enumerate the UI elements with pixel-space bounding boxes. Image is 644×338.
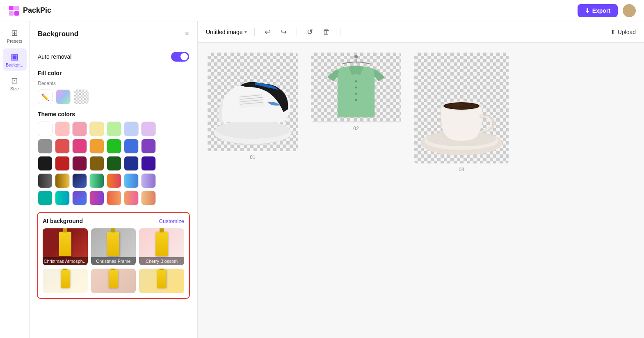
color-swatch-green1[interactable] xyxy=(107,122,121,136)
svg-point-25 xyxy=(454,103,464,106)
undo-button[interactable]: ↩ xyxy=(262,26,273,38)
export-button[interactable]: ⬇ Export xyxy=(578,4,618,17)
redo-button[interactable]: ↪ xyxy=(278,26,289,38)
color-swatch-orgrad[interactable] xyxy=(107,173,121,188)
doc-name[interactable]: Untitled image ▾ xyxy=(206,29,247,35)
color-swatch-greengrad[interactable] xyxy=(89,173,104,188)
reset-button[interactable]: ↺ xyxy=(304,26,315,38)
color-swatch-black[interactable] xyxy=(38,156,53,171)
doc-name-text: Untitled image xyxy=(206,29,243,35)
sidebar-item-presets-label: Presets xyxy=(7,39,22,44)
recent-row: ✏️ xyxy=(38,90,189,104)
color-swatch-green2[interactable] xyxy=(107,139,121,154)
color-picker-button[interactable]: ✏️ xyxy=(38,90,53,104)
panel-title: Background xyxy=(38,30,78,38)
logo: PackPic xyxy=(8,5,51,16)
color-swatch-purple2[interactable] xyxy=(141,139,156,154)
canvas-area: Untitled image ▾ ↩ ↪ ↺ 🗑 ⬆ Upload xyxy=(198,21,644,338)
color-swatch-red2[interactable] xyxy=(55,156,70,171)
color-swatch-teal[interactable] xyxy=(38,191,53,205)
color-swatch-olive[interactable] xyxy=(89,156,104,171)
upload-button[interactable]: ⬆ Upload xyxy=(610,29,636,35)
sidebar-item-size-label: Size xyxy=(10,86,19,91)
auto-removal-toggle[interactable] xyxy=(171,52,189,62)
color-swatch-goldgrad[interactable] xyxy=(55,173,70,188)
ai-item-cherry-blossom[interactable]: Cherry Blossom xyxy=(139,228,184,265)
avatar[interactable] xyxy=(623,4,636,17)
ai-grid: Christmas Atmosph... Christmas Frame xyxy=(43,228,184,293)
color-swatch-dkgreen[interactable] xyxy=(107,156,121,171)
color-swatch-blue1[interactable] xyxy=(124,122,139,136)
svg-rect-2 xyxy=(9,11,14,16)
background-icon: ▣ xyxy=(11,52,18,62)
color-swatch-blkgrad[interactable] xyxy=(38,173,53,188)
coffee-svg xyxy=(414,53,509,163)
color-swatch-white[interactable] xyxy=(38,122,53,136)
recent-swatch-transparent[interactable] xyxy=(74,90,89,104)
delete-button[interactable]: 🗑 xyxy=(320,26,333,38)
canvas-item-03[interactable]: 03 xyxy=(414,53,509,172)
canvas-image-03 xyxy=(414,53,509,163)
color-swatch-red1[interactable] xyxy=(55,139,70,154)
color-swatch-purple1[interactable] xyxy=(141,122,156,136)
theme-colors-title: Theme colors xyxy=(38,111,189,117)
color-swatch-orange1[interactable] xyxy=(89,139,104,154)
ai-item-row2-1[interactable] xyxy=(43,269,88,293)
fill-color-title: Fill color xyxy=(38,70,189,76)
ai-item-christmas-atm[interactable]: Christmas Atmosph... xyxy=(43,228,88,265)
color-swatch-skygrad[interactable] xyxy=(124,173,139,188)
sidebar-item-background[interactable]: ▣ Backgr... xyxy=(3,48,27,71)
color-swatch-blue2[interactable] xyxy=(124,139,139,154)
toolbar-divider-3 xyxy=(340,28,340,36)
presets-icon: ⊞ xyxy=(11,28,18,38)
color-swatch-maroon[interactable] xyxy=(72,156,87,171)
canvas-label-02: 02 xyxy=(353,126,359,131)
svg-point-14 xyxy=(355,93,357,95)
sidebar-item-presets[interactable]: ⊞ Presets xyxy=(3,25,27,47)
ai-item-row2-3[interactable] xyxy=(139,269,184,293)
toolbar-divider-1 xyxy=(254,28,255,36)
sidebar-item-size[interactable]: ⊡ Size xyxy=(3,72,27,94)
panel-close-button[interactable]: × xyxy=(185,30,189,38)
ai-bg-header: AI background Customize xyxy=(43,218,184,224)
ai-item-christmas-frame[interactable]: Christmas Frame xyxy=(91,228,136,265)
ai-item-christmas-atm-label: Christmas Atmosph... xyxy=(43,257,88,265)
color-swatch-tealgrad[interactable] xyxy=(55,191,70,205)
color-swatch-lavgrad[interactable] xyxy=(141,173,156,188)
color-swatch-yellow[interactable] xyxy=(89,122,104,136)
customize-link[interactable]: Customize xyxy=(159,218,184,224)
color-swatch-dkblue[interactable] xyxy=(124,156,139,171)
color-swatch-pink2[interactable] xyxy=(72,122,87,136)
logo-icon xyxy=(8,5,20,16)
auto-removal-label: Auto removal xyxy=(38,53,71,60)
color-swatch-navygrad[interactable] xyxy=(72,173,87,188)
size-icon: ⊡ xyxy=(11,76,18,85)
theme-color-grid xyxy=(38,122,189,205)
panel-body: Auto removal Fill color Recents ✏️ Theme… xyxy=(30,45,197,306)
color-swatch-maggrad[interactable] xyxy=(89,191,104,205)
canvas-item-02[interactable]: 02 xyxy=(311,53,401,131)
color-swatch-pink3[interactable] xyxy=(72,139,87,154)
canvas-item-01[interactable]: 01 xyxy=(208,53,298,160)
svg-point-11 xyxy=(354,55,358,58)
shoe-svg xyxy=(208,53,298,151)
recent-swatch-gradient[interactable] xyxy=(56,90,71,104)
color-swatch-purpgrad[interactable] xyxy=(72,191,87,205)
ai-item-row2-2[interactable] xyxy=(91,269,136,293)
color-swatch-pink1[interactable] xyxy=(55,122,70,136)
color-swatch-dkpurple[interactable] xyxy=(141,156,156,171)
color-swatch-pinkgrad[interactable] xyxy=(124,191,139,205)
color-swatch-gray[interactable] xyxy=(38,139,53,154)
canvas-content: 01 xyxy=(198,43,644,338)
svg-point-13 xyxy=(355,87,357,89)
svg-point-5 xyxy=(216,121,290,139)
auto-removal-row: Auto removal xyxy=(38,52,189,62)
ai-background-section: AI background Customize Christmas Atmosp… xyxy=(37,212,190,299)
export-label: Export xyxy=(592,7,610,14)
svg-rect-1 xyxy=(14,6,19,10)
shirt-svg xyxy=(311,53,401,122)
color-swatch-peachgrad[interactable] xyxy=(141,191,156,205)
panel-header: Background × xyxy=(30,21,197,45)
left-nav: ⊞ Presets ▣ Backgr... ⊡ Size xyxy=(0,21,30,338)
color-swatch-redgrad[interactable] xyxy=(107,191,121,205)
